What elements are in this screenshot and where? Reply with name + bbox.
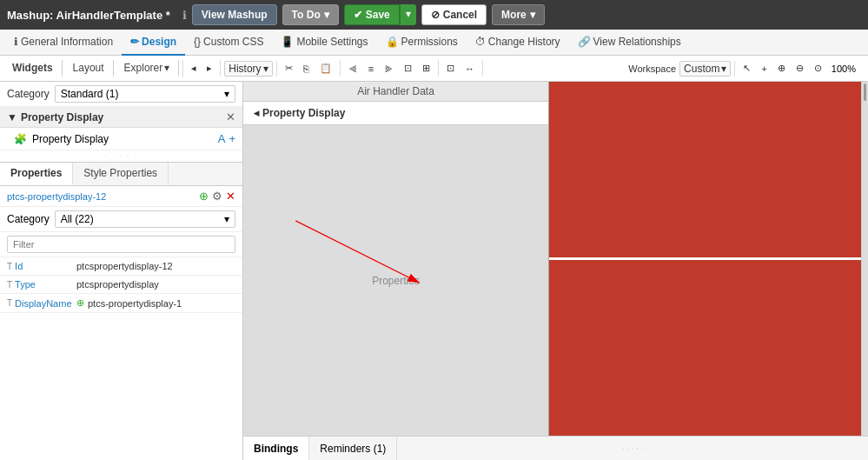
pointer-tool-button[interactable]: ↖ [739,60,755,77]
workspace-dropdown[interactable]: Custom ▾ [679,61,731,77]
more-tools: ⊡ ↔ [442,60,483,77]
widget-text-icon[interactable]: A [218,132,226,145]
zoom-controls: ↖ + ⊕ ⊖ ⊙ 100% [739,60,863,77]
prop-value-id: ptcspropertydisplay-12 [76,261,235,271]
displayname-link-icon[interactable]: ⊕ [76,297,84,309]
filter-input[interactable] [7,236,235,253]
todo-label: To Do [292,9,321,21]
props-category-dropdown[interactable]: All (22) ▾ [55,210,235,228]
save-split-button[interactable]: ▾ [400,4,416,25]
widget-item-actions: A + [218,132,235,145]
canvas-widget-header: ◂ Property Display [243,102,548,125]
design-icon: ✏ [130,36,139,48]
canvas-body-label: Properties [372,275,420,287]
right-panel-top [549,82,861,257]
history-icon: ⏱ [475,36,486,48]
props-id-actions: ⊕ ⚙ ✕ [199,190,235,203]
css-icon: {} [194,36,201,48]
props-share-button[interactable]: ⊕ [199,190,209,203]
group-collapse-icon[interactable]: ▼ [7,111,17,123]
more-label: More [501,9,527,21]
info-icon[interactable]: ℹ [182,9,187,22]
canvas-widget-body: Properties [243,125,548,436]
align-center-button[interactable]: ≡ [364,61,378,77]
group-title-label: Property Display [21,111,103,123]
tab-css[interactable]: {} Custom CSS [185,30,272,56]
tab-design[interactable]: ✏ Design [122,30,185,56]
tab-bindings[interactable]: Bindings [243,437,309,461]
align-left-button[interactable]: ⫷ [344,61,362,77]
widget-group-actions: ✕ [226,110,235,123]
design-label: Design [142,36,176,48]
canvas-area: Air Handler Data ◂ Property Display Prop… [243,82,548,436]
cancel-button[interactable]: ⊘ Cancel [421,4,487,25]
tab-mobile[interactable]: 📱 Mobile Settings [272,30,376,56]
tab-layout[interactable]: Layout [64,60,114,77]
props-category-label: Category [7,213,50,225]
tab-reminders[interactable]: Reminders (1) [309,437,397,461]
tab-explorer[interactable]: Explorer ▾ [116,60,180,77]
tab-properties[interactable]: Properties [0,163,73,185]
cut-button[interactable]: ✂ [281,60,297,77]
widget-item-icon: 🧩 [14,133,27,145]
permissions-icon: 🔒 [386,36,399,48]
more-dropdown-icon: ▾ [530,9,535,21]
widget-group-title: ▼ Property Display [7,111,103,123]
right-panel-bottom [549,260,861,436]
zoom-out-button[interactable]: ⊖ [792,60,808,77]
align-right-button[interactable]: ⫸ [380,61,398,77]
fit-button[interactable]: ⊙ [810,60,826,77]
zoom-level: 100% [828,63,859,74]
todo-button[interactable]: To Do ▾ [282,4,339,25]
binding-button[interactable]: ↔ [461,61,479,77]
nav-arrows: ◂ ▸ [187,60,221,77]
bindings-label: Bindings [254,443,298,455]
tab-permissions[interactable]: 🔒 Permissions [377,30,467,56]
mobile-icon: 📱 [281,36,294,48]
save-label: Save [366,9,390,21]
canvas-header: Air Handler Data [243,82,548,102]
nav-back-button[interactable]: ◂ [187,60,201,77]
category-dropdown[interactable]: Standard (1) ▾ [55,85,235,103]
nav-forward-button[interactable]: ▸ [202,60,216,77]
tab-general[interactable]: ℹ General Information [5,30,122,56]
table-row: T DisplayName ⊕ ptcs-propertydisplay-1 [0,294,242,313]
split-button[interactable]: ⊞ [418,60,434,77]
group-close-button[interactable]: ✕ [226,110,235,123]
zoom-in-button[interactable]: ⊕ [773,60,790,77]
add-button[interactable]: + [757,61,771,77]
tab-history[interactable]: ⏱ Change History [467,30,569,56]
history-dropdown[interactable]: History ▾ [224,61,272,77]
paste-button[interactable]: 📋 [315,60,336,77]
top-bar: Mashup: AirHandlerTemplate * ℹ View Mash… [0,0,868,30]
drag-handle[interactable]: · · · · · [0,150,242,162]
props-id: ptcs-propertydisplay-12 [7,191,106,202]
tab-relationships[interactable]: 🔗 View Relationships [569,30,690,56]
general-label: General Information [21,36,113,48]
canvas-content[interactable]: ◂ Property Display Properties [243,102,548,436]
props-gear-button[interactable]: ⚙ [212,190,222,203]
resize-button[interactable]: ⊡ [400,60,416,77]
nav-tabs: ℹ General Information ✏ Design {} Custom… [0,30,868,56]
history-dropdown-icon: ▾ [263,63,268,75]
tab-widgets[interactable]: Widgets [3,60,63,77]
filter-row [0,232,242,257]
list-item[interactable]: 🧩 Property Display A + [0,128,242,150]
category-dropdown-icon: ▾ [224,88,229,100]
prop-name-displayname: T DisplayName [7,298,76,309]
responsive-button[interactable]: ⊡ [442,60,459,77]
edit-tools: ✂ ⎘ 📋 [281,60,341,77]
prop-name-id: T Id [7,261,76,271]
view-mashup-button[interactable]: View Mashup [192,4,277,25]
widget-group-header: ▼ Property Display ✕ [0,107,242,128]
props-category-dropdown-icon: ▾ [224,213,229,225]
widget-add-icon[interactable]: + [229,132,235,145]
save-button[interactable]: ✔ Save [344,4,400,25]
tab-style-properties[interactable]: Style Properties [73,163,169,185]
more-button[interactable]: More ▾ [492,4,545,25]
scroll-bar[interactable] [861,82,868,436]
prop-value-displayname: ptcs-propertydisplay-1 [88,298,235,309]
category-value: Standard (1) [61,88,119,100]
copy-button[interactable]: ⎘ [299,61,314,77]
props-remove-button[interactable]: ✕ [226,190,235,203]
